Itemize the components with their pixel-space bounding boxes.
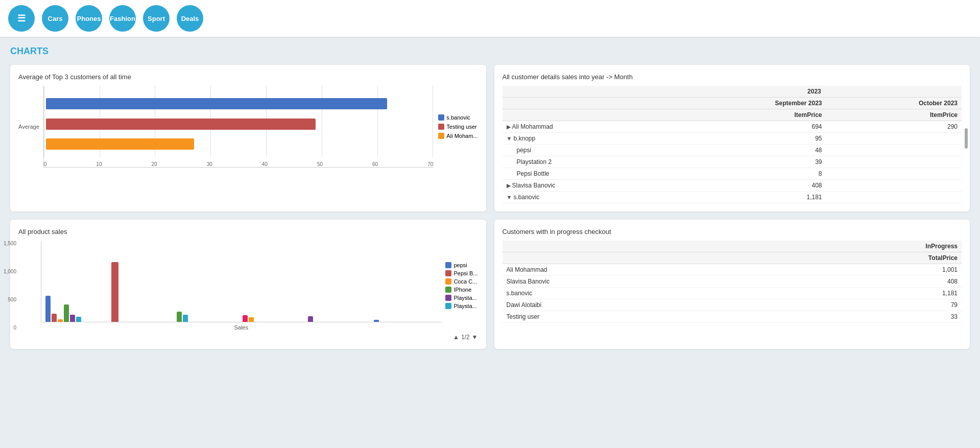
th-name-blank [503, 98, 667, 109]
table-row: pepsi72 [503, 203, 962, 204]
up-arrow-icon[interactable]: ▲ [453, 334, 459, 341]
bar-group-6 [374, 320, 438, 322]
legend-lbl-cocaC: Coca C... [453, 278, 477, 285]
sep-value-cell: 694 [667, 121, 826, 133]
th-oct: October 2023 [826, 98, 962, 109]
legend-dot-iphone [445, 287, 451, 293]
bar-group-5 [308, 316, 372, 322]
legend-dot-play2 [445, 303, 451, 309]
oct-value-cell [826, 133, 962, 145]
x-tick: 60 [372, 161, 378, 167]
main-content: CHARTS Average of Top 3 customers of all… [0, 37, 980, 358]
bar-group-2 [111, 262, 175, 322]
bar-g4 [243, 315, 248, 322]
bar-row-ali [46, 137, 432, 151]
x-axis: 0 10 20 30 40 50 60 70 [44, 161, 434, 167]
product-sales-card: All product sales 1,500 1,000 500 0 [10, 220, 486, 349]
table-row: s.banovic1,181 [503, 288, 962, 299]
navbar: ☰ Cars Phones Fashion Sport Deals [0, 0, 980, 37]
oct-value-cell: 290 [826, 121, 962, 133]
th-year: 2023 [667, 86, 962, 98]
bar-group-4 [243, 315, 306, 322]
bar-g5 [308, 316, 313, 322]
collapse-icon[interactable]: ▼ [507, 135, 514, 142]
legend-dot-pepsi [445, 262, 451, 268]
bar-cocaC [58, 319, 63, 322]
bar-chart-bars [44, 91, 434, 157]
table-row: pepsi48 [503, 145, 962, 156]
x-tick: 40 [262, 161, 268, 167]
expand-icon[interactable]: ▶ [507, 124, 512, 130]
ip-name-cell: Slavisa Banovic [503, 276, 760, 288]
table-row: ▼ b.knopp95 [503, 133, 962, 145]
legend-sbanovic: s.banovic [438, 114, 477, 121]
table-row: Testing user33 [503, 311, 962, 323]
product-y-labels: 1,500 1,000 500 0 [0, 241, 16, 331]
ip-name-cell: Dawi Alotaibi [503, 299, 760, 311]
nav-phones[interactable]: Phones [76, 5, 102, 32]
sep-value-cell: 408 [667, 180, 826, 192]
ip-value-cell: 408 [760, 276, 962, 288]
bar-fill-sbanovic [46, 98, 387, 109]
nav-sport[interactable]: Sport [143, 5, 170, 32]
oct-value-cell [826, 192, 962, 203]
legend-dot-pepsiB [445, 270, 451, 276]
inprogress-table: InProgress TotalPrice Ali Mohammad1,001S… [503, 241, 962, 323]
expand-icon[interactable]: ▶ [507, 182, 512, 188]
th-customer [503, 86, 667, 98]
legend-dot-sbanovic [438, 114, 444, 121]
bar-pepsiB [52, 314, 57, 322]
bar-group-3 [177, 312, 241, 322]
th-name-blank2 [503, 109, 667, 121]
bar-big-red [111, 262, 118, 322]
sep-value-cell: 1,181 [667, 192, 826, 203]
inprogress-title: Customers with in progress checkout [503, 228, 962, 235]
bar-play2 [76, 317, 81, 322]
product-chart-area [41, 241, 441, 322]
sep-value-cell: 39 [667, 156, 826, 168]
top3-legend: s.banovic Testing user Ali Moham... [438, 86, 477, 168]
th-ip-sub: TotalPrice [760, 252, 962, 264]
x-tick: 70 [427, 161, 433, 167]
customer-name-cell: Playstation 2 [503, 156, 667, 168]
legend-play2-prod: Playsta... [445, 303, 477, 309]
x-tick: 0 [44, 161, 47, 167]
ip-name-cell: Testing user [503, 311, 760, 323]
charts-grid: Average of Top 3 customers of all time A… [10, 65, 970, 349]
th-ip-name2 [503, 252, 760, 264]
bar-g3b [183, 315, 188, 322]
th-oct-sub: ItemPrice [826, 109, 962, 121]
collapse-icon[interactable]: ▼ [507, 194, 514, 200]
nav-fashion[interactable]: Fashion [109, 5, 136, 32]
top3-bar-chart: Average [18, 86, 478, 168]
section-title: CHARTS [10, 46, 970, 57]
pagination-text: 1/2 [461, 334, 470, 341]
top3-y-label: Average [18, 86, 43, 168]
legend-dot-ali [438, 133, 444, 139]
legend-lbl-play1: Playsta... [453, 295, 476, 301]
legend-lbl-play2: Playsta... [453, 303, 476, 309]
sep-value-cell: 48 [667, 145, 826, 156]
nav-deals[interactable]: Deals [177, 5, 203, 32]
all-customer-table-card: All customer details sales into year -> … [494, 65, 970, 211]
nav-cars[interactable]: Cars [42, 5, 68, 32]
x-tick: 30 [207, 161, 212, 167]
down-arrow-icon[interactable]: ▼ [472, 334, 478, 341]
legend-label-ali: Ali Moham... [446, 133, 477, 139]
bar-row-testing [46, 117, 432, 131]
bar-group-1 [45, 296, 109, 322]
ip-name-cell: s.banovic [503, 288, 760, 299]
legend-label-testing: Testing user [446, 124, 476, 130]
customer-name-cell: pepsi [503, 145, 667, 156]
legend-lbl-iphone: IPhone [453, 287, 471, 293]
all-customer-title: All customer details sales into year -> … [503, 73, 962, 81]
bar-fill-testing [46, 119, 316, 130]
table-row: Dawi Alotaibi79 [503, 299, 962, 311]
customer-table-scroll[interactable]: 2023 September 2023 October 2023 ItemPri… [503, 86, 962, 203]
x-tick: 20 [152, 161, 157, 167]
bar-play1 [70, 315, 75, 322]
inprogress-card: Customers with in progress checkout InPr… [494, 220, 970, 349]
y-tick: 0 [0, 325, 16, 331]
scrollbar[interactable] [965, 128, 968, 149]
menu-button[interactable]: ☰ [8, 5, 35, 32]
